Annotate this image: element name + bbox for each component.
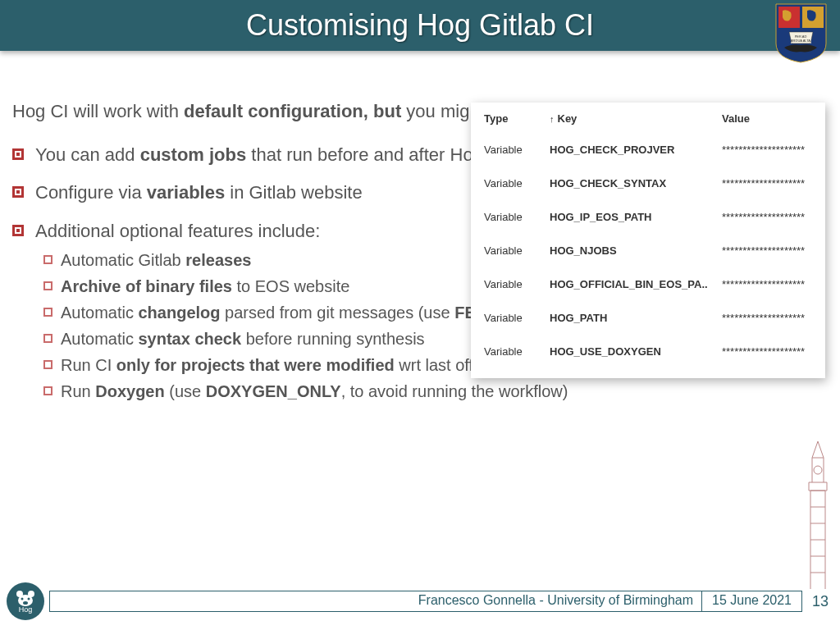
table-row: VariableHOG_CHECK_SYNTAX****************… — [484, 167, 812, 200]
square-bullet-small-icon — [43, 281, 52, 290]
col-header-type: Type — [484, 112, 550, 125]
svg-point-11 — [23, 601, 28, 605]
slide-header: Customising Hog Gitlab CI PER AD ARDUA A… — [0, 0, 840, 51]
table-row: VariableHOG_OFFICIAL_BIN_EOS_PA..*******… — [484, 267, 812, 301]
svg-point-10 — [28, 598, 30, 600]
table-row: VariableHOG_NJOBS******************** — [484, 234, 812, 267]
square-bullet-small-icon — [43, 308, 52, 317]
square-bullet-icon — [12, 148, 24, 160]
sub-bullet-item: Run Doxygen (use DOXYGEN_ONLY, to avoid … — [43, 381, 828, 402]
table-header-row: Type ↑Key Value — [484, 112, 812, 133]
square-bullet-small-icon — [43, 334, 52, 343]
hog-logo-text: Hog — [19, 605, 33, 614]
tower-icon — [801, 425, 835, 589]
square-bullet-small-icon — [43, 360, 52, 369]
table-row: VariableHOG_IP_EOS_PATH*****************… — [484, 200, 812, 234]
footer-author: Francesco Gonnella - University of Birmi… — [50, 591, 701, 611]
col-header-value: Value — [722, 112, 812, 125]
page-number: 13 — [812, 593, 829, 610]
hog-logo-icon: Hog — [7, 582, 44, 620]
footer-date: 15 June 2021 — [701, 591, 801, 611]
university-crest-icon: PER AD ARDUA ALTA — [774, 2, 828, 64]
table-row: VariableHOG_PATH******************** — [484, 301, 812, 335]
square-bullet-small-icon — [43, 255, 52, 264]
table-row: VariableHOG_USE_DOXYGEN*****************… — [484, 335, 812, 368]
square-bullet-small-icon — [43, 386, 52, 395]
svg-point-5 — [814, 466, 822, 474]
sort-arrow-icon: ↑ — [550, 114, 555, 124]
slide-footer: Francesco Gonnella - University of Birmi… — [49, 591, 802, 612]
table-row: VariableHOG_CHECK_PROJVER***************… — [484, 133, 812, 167]
col-header-key: ↑Key — [550, 112, 722, 125]
svg-text:ARDUA ALTA: ARDUA ALTA — [791, 39, 810, 43]
square-bullet-icon — [12, 225, 24, 236]
variables-table: Type ↑Key Value VariableHOG_CHECK_PROJVE… — [471, 103, 825, 378]
svg-point-9 — [21, 598, 24, 600]
slide-title: Customising Hog Gitlab CI — [246, 8, 594, 43]
square-bullet-icon — [12, 186, 24, 198]
